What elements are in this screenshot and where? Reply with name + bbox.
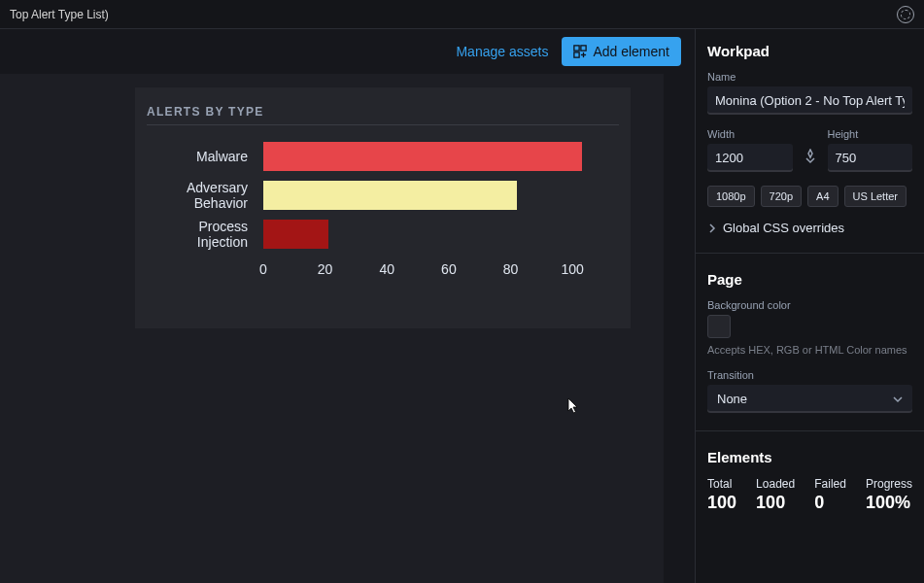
chart-bar-track	[263, 142, 619, 171]
chart-x-tick: 40	[379, 261, 394, 277]
chart-element[interactable]: ALERTS BY TYPE MalwareAdversary Behavior…	[135, 87, 631, 328]
chart-x-tick: 0	[259, 261, 267, 277]
chart-x-tick: 100	[561, 261, 583, 277]
bg-color-hint: Accepts HEX, RGB or HTML Color names	[707, 344, 912, 356]
stat-item: Total100	[707, 477, 736, 513]
add-element-button[interactable]: Add element	[562, 37, 681, 66]
top-bar: Top Alert Type List)	[0, 0, 924, 29]
chart-bar-fill	[263, 142, 582, 171]
chart-bar-fill	[263, 220, 328, 249]
stat-value: 100%	[866, 493, 912, 513]
transition-value: None	[717, 392, 747, 406]
svg-rect-0	[574, 46, 579, 51]
bg-color-swatch[interactable]	[707, 315, 731, 338]
workpad-canvas[interactable]: ALERTS BY TYPE MalwareAdversary Behavior…	[0, 74, 664, 583]
preset-button[interactable]: US Letter	[844, 186, 907, 207]
chart-bar-label: Process Injection	[147, 219, 263, 250]
cursor-icon	[567, 397, 579, 415]
css-overrides-toggle[interactable]: Global CSS overrides	[707, 221, 912, 235]
workpad-breadcrumb: Top Alert Type List)	[10, 8, 109, 21]
svg-rect-2	[574, 52, 579, 57]
add-element-label: Add element	[593, 44, 669, 59]
chart-x-tick: 60	[441, 261, 457, 277]
chart-x-tick: 80	[503, 261, 519, 277]
workpad-name-input[interactable]	[707, 86, 912, 115]
chart-x-axis: 020406080100	[263, 261, 619, 279]
chart-bar-track	[263, 220, 619, 249]
fullscreen-icon[interactable]	[897, 6, 914, 23]
height-input[interactable]	[828, 144, 913, 172]
chart-bar-row: Adversary Behavior	[147, 178, 619, 213]
chevron-right-icon	[707, 223, 717, 233]
stat-label: Progress	[866, 477, 912, 491]
preset-button[interactable]: 720p	[761, 186, 802, 207]
stat-value: 100	[707, 493, 736, 513]
width-label: Width	[707, 128, 793, 140]
name-label: Name	[707, 71, 912, 83]
css-overrides-label: Global CSS overrides	[723, 221, 844, 235]
chart-title: ALERTS BY TYPE	[147, 105, 619, 125]
height-label: Height	[828, 128, 913, 140]
stat-label: Loaded	[756, 477, 795, 491]
stat-value: 100	[756, 493, 795, 513]
stat-value: 0	[814, 493, 846, 513]
transition-label: Transition	[707, 369, 912, 381]
add-element-icon	[573, 45, 587, 58]
chart-bar-row: Malware	[147, 139, 619, 174]
stat-item: Progress100%	[866, 477, 912, 513]
canvas-area: Manage assets Add element ALERTS BY TYPE…	[0, 29, 695, 583]
workpad-section-title: Workpad	[707, 43, 912, 59]
chart-bar-label: Malware	[147, 149, 263, 164]
transition-select[interactable]: None	[707, 385, 912, 413]
bg-color-label: Background color	[707, 299, 912, 311]
preset-button[interactable]: 1080p	[707, 186, 755, 207]
chart-bar-fill	[263, 181, 517, 210]
stat-item: Loaded100	[756, 477, 795, 513]
chart-bar-label: Adversary Behavior	[147, 180, 263, 211]
chart-bar-row: Process Injection	[147, 217, 619, 252]
preset-button[interactable]: A4	[807, 186, 838, 207]
page-section-title: Page	[707, 271, 912, 288]
canvas-toolbar: Manage assets Add element	[0, 29, 695, 74]
svg-rect-1	[581, 46, 586, 51]
width-input[interactable]	[707, 144, 793, 172]
chart-bar-track	[263, 181, 619, 210]
stat-item: Failed0	[814, 477, 846, 513]
manage-assets-link[interactable]: Manage assets	[456, 44, 548, 59]
chart-x-tick: 20	[318, 261, 333, 277]
chevron-down-icon	[893, 394, 903, 404]
properties-sidebar: Workpad Name Width Height 1080p720pA4US …	[695, 29, 924, 583]
elements-section-title: Elements	[707, 449, 912, 465]
auto-resize-icon[interactable]	[803, 149, 818, 164]
stat-label: Total	[707, 477, 736, 491]
stat-label: Failed	[814, 477, 846, 491]
